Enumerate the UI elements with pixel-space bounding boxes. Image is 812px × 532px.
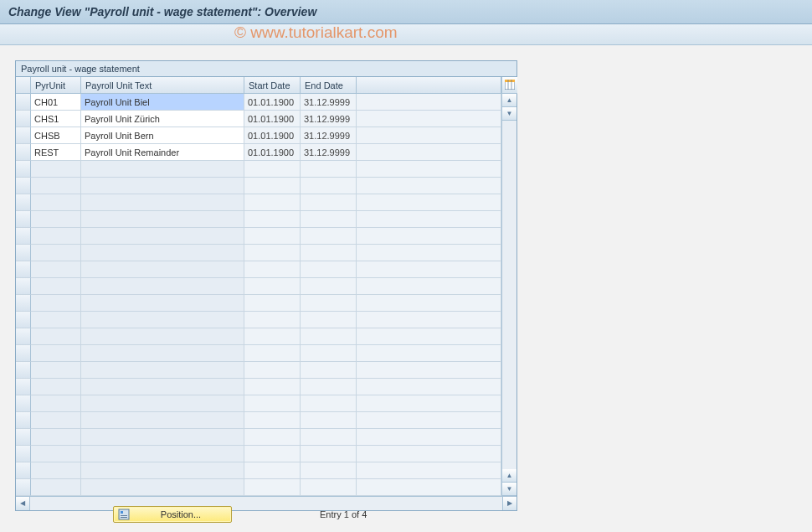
table-row[interactable]: CHSBPayroll Unit Bern01.01.190031.12.999… — [16, 127, 501, 144]
cell-text[interactable] — [81, 462, 244, 479]
cell-pyrunit[interactable] — [31, 312, 81, 328]
row-selector[interactable] — [16, 111, 31, 127]
row-selector[interactable] — [16, 362, 31, 379]
table-row[interactable] — [16, 479, 501, 496]
row-selector[interactable] — [16, 94, 31, 111]
row-selector[interactable] — [16, 312, 31, 328]
cell-text[interactable] — [81, 429, 244, 446]
cell-pyrunit[interactable] — [31, 278, 81, 295]
row-selector[interactable] — [16, 178, 31, 194]
cell-text[interactable]: Payroll Unit Biel — [81, 94, 244, 111]
table-row[interactable] — [16, 161, 501, 178]
row-selector[interactable] — [16, 144, 31, 161]
cell-pyrunit[interactable] — [31, 462, 81, 479]
row-selector[interactable] — [16, 127, 31, 144]
cell-pyrunit[interactable] — [31, 379, 81, 395]
row-selector[interactable] — [16, 462, 31, 479]
cell-pyrunit[interactable] — [31, 362, 81, 379]
cell-pyrunit[interactable]: CHSB — [31, 127, 81, 144]
table-row[interactable] — [16, 379, 501, 395]
select-all-cell[interactable] — [16, 77, 31, 94]
cell-text[interactable] — [81, 479, 244, 496]
table-row[interactable] — [16, 328, 501, 345]
col-header-end[interactable]: End Date — [301, 77, 357, 94]
scroll-track[interactable] — [502, 121, 516, 469]
cell-text[interactable] — [81, 446, 244, 462]
cell-text[interactable] — [81, 362, 244, 379]
cell-pyrunit[interactable] — [31, 328, 81, 345]
row-selector[interactable] — [16, 429, 31, 446]
table-row[interactable] — [16, 261, 501, 278]
table-row[interactable] — [16, 295, 501, 312]
table-row[interactable] — [16, 362, 501, 379]
cell-text[interactable] — [81, 412, 244, 429]
table-row[interactable] — [16, 194, 501, 211]
cell-pyrunit[interactable] — [31, 412, 81, 429]
cell-pyrunit[interactable] — [31, 479, 81, 496]
cell-pyrunit[interactable]: CHS1 — [31, 111, 81, 127]
table-row[interactable] — [16, 395, 501, 412]
cell-text[interactable] — [81, 295, 244, 312]
row-selector[interactable] — [16, 295, 31, 312]
table-row[interactable]: CH01Payroll Unit Biel01.01.190031.12.999… — [16, 94, 501, 111]
cell-pyrunit[interactable] — [31, 161, 81, 178]
cell-text[interactable] — [81, 211, 244, 228]
table-row[interactable] — [16, 312, 501, 328]
row-selector[interactable] — [16, 228, 31, 245]
cell-text[interactable] — [81, 161, 244, 178]
cell-text[interactable] — [81, 178, 244, 194]
table-row[interactable] — [16, 178, 501, 194]
table-row[interactable]: RESTPayroll Unit Remainder01.01.190031.1… — [16, 144, 501, 161]
cell-pyrunit[interactable] — [31, 345, 81, 362]
table-row[interactable] — [16, 446, 501, 462]
cell-text[interactable] — [81, 379, 244, 395]
table-row[interactable] — [16, 462, 501, 479]
cell-pyrunit[interactable] — [31, 211, 81, 228]
table-row[interactable] — [16, 278, 501, 295]
col-header-text[interactable]: Payroll Unit Text — [81, 77, 244, 94]
cell-text[interactable]: Payroll Unit Bern — [81, 127, 244, 144]
cell-pyrunit[interactable] — [31, 178, 81, 194]
cell-pyrunit[interactable] — [31, 261, 81, 278]
cell-pyrunit[interactable] — [31, 429, 81, 446]
cell-pyrunit[interactable] — [31, 295, 81, 312]
row-selector[interactable] — [16, 194, 31, 211]
row-selector[interactable] — [16, 446, 31, 462]
cell-text[interactable] — [81, 395, 244, 412]
row-selector[interactable] — [16, 278, 31, 295]
row-selector[interactable] — [16, 412, 31, 429]
position-button[interactable]: Position... — [113, 506, 232, 523]
scroll-up-button[interactable]: ▲ — [502, 94, 516, 107]
table-row[interactable] — [16, 345, 501, 362]
table-row[interactable] — [16, 228, 501, 245]
cell-pyrunit[interactable] — [31, 228, 81, 245]
row-selector[interactable] — [16, 328, 31, 345]
cell-text[interactable] — [81, 328, 244, 345]
table-row[interactable] — [16, 412, 501, 429]
cell-text[interactable] — [81, 278, 244, 295]
cell-pyrunit[interactable] — [31, 194, 81, 211]
vertical-scrollbar[interactable]: ▲ ▼ ▲ ▼ — [501, 77, 516, 496]
cell-text[interactable] — [81, 194, 244, 211]
table-row[interactable] — [16, 245, 501, 261]
scroll-down-end-button[interactable]: ▼ — [502, 483, 516, 496]
cell-pyrunit[interactable]: REST — [31, 144, 81, 161]
cell-text[interactable] — [81, 345, 244, 362]
row-selector[interactable] — [16, 395, 31, 412]
cell-text[interactable] — [81, 245, 244, 261]
scroll-up-end-button[interactable]: ▲ — [502, 469, 516, 483]
col-header-start[interactable]: Start Date — [244, 77, 301, 94]
cell-text[interactable] — [81, 228, 244, 245]
cell-text[interactable] — [81, 261, 244, 278]
cell-text[interactable]: Payroll Unit Zürich — [81, 111, 244, 127]
table-settings-button[interactable] — [502, 77, 517, 94]
cell-pyrunit[interactable] — [31, 245, 81, 261]
row-selector[interactable] — [16, 261, 31, 278]
table-row[interactable] — [16, 211, 501, 228]
table-row[interactable] — [16, 429, 501, 446]
scroll-down-button[interactable]: ▼ — [502, 107, 516, 121]
row-selector[interactable] — [16, 379, 31, 395]
row-selector[interactable] — [16, 211, 31, 228]
row-selector[interactable] — [16, 161, 31, 178]
col-header-pyrunit[interactable]: PyrUnit — [31, 77, 81, 94]
